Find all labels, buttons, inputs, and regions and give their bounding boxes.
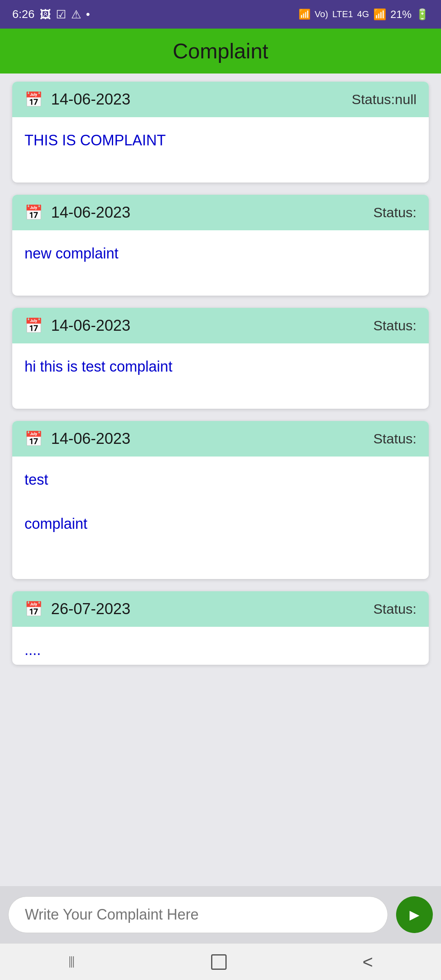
nav-bar: ⦀ < [0, 943, 441, 980]
complaint-text-4: test complaint [24, 471, 87, 532]
complaint-text-5: .... [24, 641, 41, 658]
card-header-left-3: 📅 14-06-2023 [24, 317, 130, 334]
complaint-card-3: 📅 14-06-2023 Status: hi this is test com… [12, 308, 429, 409]
4g-icon: 4G [357, 9, 369, 20]
nav-home-button[interactable] [211, 954, 227, 970]
complaint-card-2: 📅 14-06-2023 Status: new complaint [12, 195, 429, 296]
wifi-calling-icon: 📶 [298, 9, 311, 20]
complaint-card-1: 📅 14-06-2023 Status:null THIS IS COMPLAI… [12, 82, 429, 183]
signal-icon: 📶 [373, 8, 386, 21]
input-area: ► [0, 886, 441, 943]
calendar-icon-3: 📅 [24, 317, 43, 334]
calendar-icon-1: 📅 [24, 91, 43, 108]
card-body-5: .... [12, 627, 429, 665]
back-arrow-icon: < [363, 952, 373, 972]
card-body-4: test complaint [12, 457, 429, 579]
calendar-icon-5: 📅 [24, 601, 43, 618]
complaint-text-2: new complaint [24, 245, 118, 262]
card-header-1: 📅 14-06-2023 Status:null [12, 82, 429, 117]
menu-lines-icon: ⦀ [68, 953, 75, 971]
complaint-input[interactable] [8, 896, 388, 933]
card-date-5: 26-07-2023 [51, 600, 130, 618]
battery-icon: 🔋 [416, 8, 429, 21]
status-bar-left: 6:26 🖼 ☑ ⚠ • [12, 8, 90, 21]
complaint-text-1: THIS IS COMPLAINT [24, 132, 166, 149]
send-icon: ► [406, 906, 423, 924]
card-status-2: Status: [373, 205, 416, 220]
status-bar-right: 📶 Vo) LTE1 4G 📶 21% 🔋 [298, 8, 429, 21]
lte-label: LTE1 [332, 9, 353, 20]
nav-menu-button[interactable]: ⦀ [68, 953, 75, 971]
card-status-1: Status:null [352, 91, 416, 107]
warning-icon: ⚠ [71, 8, 81, 21]
complaint-text-3: hi this is test complaint [24, 358, 172, 375]
dot-icon: • [86, 8, 90, 21]
complaint-card-4: 📅 14-06-2023 Status: test complaint [12, 421, 429, 579]
card-body-1: THIS IS COMPLAINT [12, 117, 429, 183]
calendar-icon-4: 📅 [24, 430, 43, 448]
home-square-icon [211, 954, 227, 970]
app-bar: Complaint [0, 29, 441, 74]
card-body-2: new complaint [12, 230, 429, 296]
card-header-2: 📅 14-06-2023 Status: [12, 195, 429, 230]
battery-display: 21% [390, 8, 412, 21]
status-bar: 6:26 🖼 ☑ ⚠ • 📶 Vo) LTE1 4G 📶 21% 🔋 [0, 0, 441, 29]
send-button[interactable]: ► [396, 896, 433, 933]
complaints-list: 📅 14-06-2023 Status:null THIS IS COMPLAI… [0, 74, 441, 886]
card-status-5: Status: [373, 601, 416, 617]
card-header-left-2: 📅 14-06-2023 [24, 204, 130, 221]
card-date-4: 14-06-2023 [51, 430, 130, 448]
photo-icon: 🖼 [40, 8, 51, 21]
time-display: 6:26 [12, 8, 35, 21]
complaint-card-5: 📅 26-07-2023 Status: .... [12, 591, 429, 665]
card-header-3: 📅 14-06-2023 Status: [12, 308, 429, 343]
app-title: Complaint [173, 39, 268, 63]
card-header-left-4: 📅 14-06-2023 [24, 430, 130, 448]
card-body-3: hi this is test complaint [12, 343, 429, 409]
card-status-4: Status: [373, 431, 416, 447]
card-header-left-5: 📅 26-07-2023 [24, 600, 130, 618]
card-status-3: Status: [373, 318, 416, 334]
card-date-1: 14-06-2023 [51, 91, 130, 108]
card-date-2: 14-06-2023 [51, 204, 130, 221]
volte-label: Vo) [315, 9, 328, 20]
card-date-3: 14-06-2023 [51, 317, 130, 334]
calendar-icon-2: 📅 [24, 204, 43, 221]
card-header-5: 📅 26-07-2023 Status: [12, 591, 429, 627]
card-header-left-1: 📅 14-06-2023 [24, 91, 130, 108]
checkbox-icon: ☑ [56, 8, 66, 21]
nav-back-button[interactable]: < [363, 952, 373, 972]
card-header-4: 📅 14-06-2023 Status: [12, 421, 429, 457]
